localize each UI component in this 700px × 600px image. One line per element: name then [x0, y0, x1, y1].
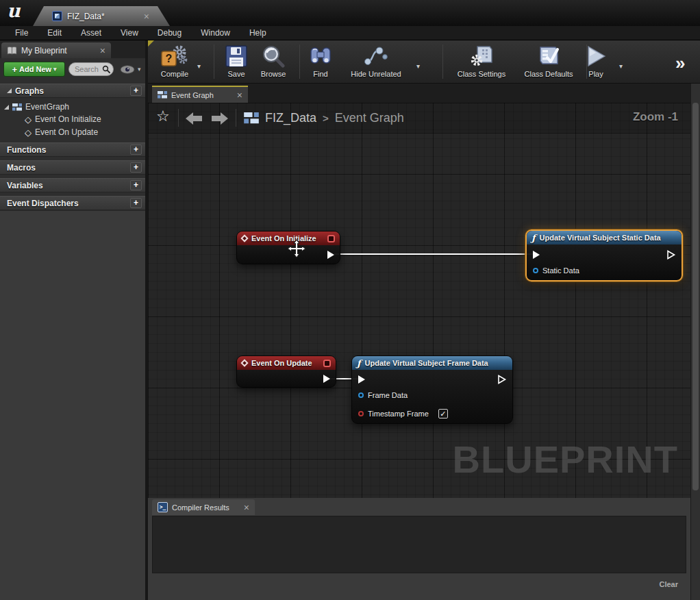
class-defaults-button[interactable]: Class Defaults	[515, 43, 582, 82]
expander-icon[interactable]	[4, 105, 9, 110]
tree-item-event-on-update[interactable]: ◇ Event On Update	[0, 126, 145, 138]
compile-button[interactable]: ? Compile	[153, 43, 196, 82]
breadcrumb-root[interactable]: FIZ_Data	[265, 111, 316, 125]
node-header[interactable]: Event On Update	[237, 356, 336, 370]
event-graph-tab-label: Event Graph	[171, 91, 214, 99]
menu-edit[interactable]: Edit	[38, 27, 71, 39]
section-graphs[interactable]: Graphs +	[0, 84, 145, 98]
section-macros[interactable]: Macros +	[0, 160, 145, 175]
section-functions[interactable]: Functions +	[0, 142, 145, 157]
unreal-engine-logo: u	[7, 0, 21, 21]
compile-icon: ?	[160, 43, 189, 69]
exec-input-pin[interactable]	[532, 250, 541, 260]
asset-tab-fiz-data[interactable]: FIZ_Data* ×	[33, 6, 170, 26]
add-function-button[interactable]: +	[130, 145, 142, 155]
blueprint-watermark: BLUEPRINT	[453, 437, 678, 482]
my-blueprint-tab-row: My Blueprint ×	[0, 40, 145, 58]
section-functions-label: Functions	[7, 145, 46, 155]
add-variable-button[interactable]: +	[130, 180, 142, 190]
tab-my-blueprint[interactable]: My Blueprint ×	[1, 42, 111, 58]
play-options-caret-icon[interactable]: ▾	[619, 62, 623, 70]
event-diamond-icon	[240, 234, 248, 242]
toolbar-overflow-chevron-icon[interactable]: »	[675, 53, 685, 74]
add-graph-button[interactable]: +	[130, 86, 142, 96]
section-variables[interactable]: Variables +	[0, 178, 145, 192]
section-macros-label: Macros	[7, 163, 36, 173]
search-input[interactable]	[75, 65, 102, 73]
exec-input-pin[interactable]	[357, 375, 366, 384]
scrollbar-thumb[interactable]	[692, 103, 699, 490]
add-new-button[interactable]: + Add New ▾	[3, 62, 65, 77]
add-macro-button[interactable]: +	[130, 162, 142, 173]
compile-options-caret-icon[interactable]: ▾	[197, 62, 201, 70]
save-button[interactable]: Save	[221, 43, 252, 82]
close-icon[interactable]: ×	[244, 503, 249, 512]
editor-event-badge-icon	[323, 360, 331, 367]
visibility-eye-icon[interactable]	[120, 65, 135, 74]
node-header[interactable]: ƒ Update Virtual Subject Static Data	[527, 231, 682, 245]
node-title: Update Virtual Subject Static Data	[540, 234, 661, 242]
favorite-star-icon[interactable]: ☆	[156, 108, 170, 125]
node-update-virtual-subject-frame-data[interactable]: ƒ Update Virtual Subject Frame Data Fram…	[351, 355, 513, 424]
node-event-on-update[interactable]: Event On Update	[236, 355, 336, 388]
navigate-back-arrow-icon[interactable]	[185, 112, 203, 125]
hide-unrelated-label: Hide Unrelated	[351, 70, 401, 78]
hide-unrelated-button[interactable]: Hide Unrelated	[341, 43, 411, 82]
blueprint-graph-icon	[12, 103, 22, 111]
tab-compiler-results[interactable]: >_ Compiler Results ×	[152, 499, 255, 515]
data-pin-icon[interactable]	[533, 268, 538, 273]
caret-down-icon[interactable]: ▾	[138, 66, 141, 73]
vertical-scrollbar[interactable]	[690, 84, 700, 600]
zoom-level-indicator: Zoom -1	[633, 110, 678, 124]
blueprint-asset-icon	[52, 11, 62, 21]
close-icon[interactable]: ×	[100, 46, 105, 55]
blueprint-graph-icon	[158, 91, 167, 99]
menu-debug[interactable]: Debug	[148, 27, 191, 39]
input-pin-timestamp-frame[interactable]: Timestamp Frame ✓	[358, 409, 448, 418]
timestamp-frame-checkbox[interactable]: ✓	[438, 409, 448, 418]
section-event-dispatchers[interactable]: Event Dispatchers +	[0, 196, 145, 210]
tree-item-eventgraph[interactable]: EventGraph	[0, 101, 145, 113]
class-settings-button[interactable]: Class Settings	[449, 43, 514, 82]
exec-output-pin[interactable]	[497, 375, 507, 384]
menu-view[interactable]: View	[111, 27, 148, 39]
play-button[interactable]: Play	[578, 43, 614, 82]
navigate-forward-arrow-icon[interactable]	[211, 112, 229, 125]
compile-label: Compile	[161, 70, 188, 78]
close-icon[interactable]: ×	[237, 90, 242, 100]
node-title: Update Virtual Subject Frame Data	[365, 359, 488, 367]
node-update-virtual-subject-static-data[interactable]: ƒ Update Virtual Subject Static Data Sta…	[525, 229, 683, 282]
clear-button[interactable]: Clear	[659, 580, 678, 588]
document-tab-row: Event Graph ×	[148, 84, 690, 103]
exec-output-pin[interactable]	[326, 250, 336, 260]
find-button[interactable]: Find	[305, 43, 336, 82]
breadcrumb-current[interactable]: Event Graph	[335, 111, 404, 125]
tree-item-event-on-initialize[interactable]: ◇ Event On Initialize	[0, 113, 145, 125]
data-pin-icon[interactable]	[358, 411, 364, 416]
browse-button[interactable]: Browse	[255, 43, 292, 82]
menu-help[interactable]: Help	[240, 27, 276, 39]
menu-asset[interactable]: Asset	[71, 27, 111, 39]
event-graph-canvas[interactable]: ☆ FIZ_Data > Event Graph Zoom -1	[148, 103, 690, 498]
hide-unrelated-options-caret-icon[interactable]: ▾	[416, 62, 420, 70]
close-icon[interactable]: ×	[144, 12, 149, 21]
class-settings-label: Class Settings	[458, 70, 505, 78]
exec-output-pin[interactable]	[322, 374, 332, 384]
menu-window[interactable]: Window	[191, 27, 240, 39]
class-settings-icon	[469, 43, 494, 69]
node-title: Event On Initialize	[251, 234, 316, 242]
add-event-dispatcher-button[interactable]: +	[130, 198, 142, 208]
exec-output-pin[interactable]	[666, 250, 676, 260]
input-pin-frame-data[interactable]: Frame Data	[358, 391, 408, 399]
editor-event-badge-icon	[327, 235, 335, 242]
search-box[interactable]	[68, 62, 114, 76]
node-header[interactable]: ƒ Update Virtual Subject Frame Data	[352, 356, 512, 370]
compiler-results-output	[152, 516, 686, 573]
data-pin-icon[interactable]	[358, 392, 364, 398]
tab-event-graph[interactable]: Event Graph ×	[152, 86, 248, 103]
menu-file[interactable]: File	[5, 27, 38, 39]
input-pin-static-data[interactable]: Static Data	[533, 266, 579, 275]
expander-icon[interactable]	[7, 88, 12, 93]
section-event-dispatchers-label: Event Dispatchers	[7, 199, 79, 208]
menu-bar: File Edit Asset View Debug Window Help	[0, 26, 700, 40]
